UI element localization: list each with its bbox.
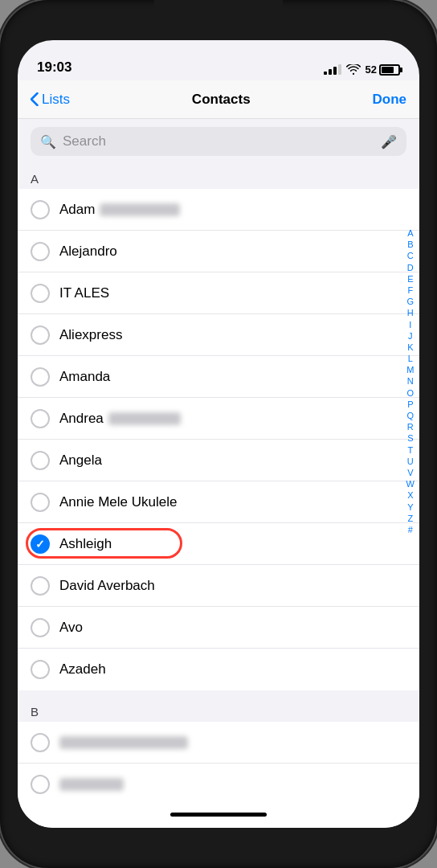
blurred-name [59,736,188,749]
contact-name: Alejandro [59,244,406,260]
alpha-r[interactable]: R [406,422,415,432]
contact-row[interactable]: Amanda [18,356,419,398]
alpha-x[interactable]: X [406,490,415,501]
alpha-a[interactable]: A [406,228,415,239]
contact-row[interactable]: Annie Mele Ukulele [18,481,419,523]
contact-row[interactable]: Angela [18,440,419,481]
select-radio[interactable] [31,242,50,261]
select-radio[interactable] [31,200,50,219]
contact-name [59,736,406,749]
back-button[interactable]: Lists [31,92,70,108]
select-radio[interactable] [31,733,50,752]
alpha-b[interactable]: B [406,240,415,250]
contact-row[interactable]: David Averbach [18,565,419,607]
search-icon: 🔍 [40,134,56,149]
alpha-j[interactable]: J [406,331,415,342]
content-area: A Adam Alejandro IT ALES [18,164,419,800]
alpha-f[interactable]: F [406,285,415,296]
wifi-icon [346,64,361,76]
phone-shell: 19:03 52 [0,0,437,868]
ashleigh-select-radio[interactable] [31,534,50,554]
alpha-g[interactable]: G [406,297,416,307]
alpha-i[interactable]: I [407,320,413,330]
alpha-l[interactable]: L [406,354,415,364]
back-label: Lists [42,92,70,108]
battery-level: 52 [366,63,377,76]
select-radio[interactable] [31,326,50,345]
alpha-s[interactable]: S [406,433,415,444]
select-radio[interactable] [31,451,50,470]
select-radio[interactable] [31,493,50,512]
alpha-d[interactable]: D [406,263,415,273]
contact-row[interactable]: Avo [18,607,419,649]
contact-name: Adam [59,202,406,218]
contact-row[interactable]: Andrea [18,398,419,440]
contact-row[interactable]: Aliexpress [18,314,419,356]
search-input[interactable]: Search [63,133,374,149]
contact-name: David Averbach [59,578,406,594]
alpha-v[interactable]: V [406,468,415,478]
alpha-q[interactable]: Q [406,411,416,421]
nav-bar: Lists Contacts Done [18,80,419,119]
alpha-m[interactable]: M [405,365,415,375]
alpha-u[interactable]: U [406,457,415,467]
alpha-k[interactable]: K [406,342,415,353]
alpha-o[interactable]: O [406,388,416,399]
done-button[interactable]: Done [372,92,406,108]
select-radio[interactable] [31,576,50,596]
alpha-y[interactable]: Y [406,502,415,513]
contact-name: Annie Mele Ukulele [59,494,406,510]
nav-title: Contacts [192,92,251,108]
contact-row[interactable] [18,722,419,764]
alpha-e[interactable]: E [406,274,415,285]
status-time: 19:03 [37,59,71,76]
alpha-t[interactable]: T [406,445,415,456]
contact-row[interactable] [18,764,419,800]
screen: 19:03 52 [18,40,419,828]
search-bar[interactable]: 🔍 Search 🎤 [31,127,406,156]
contact-row[interactable]: Alejandro [18,231,419,272]
alpha-z[interactable]: Z [406,514,415,524]
section-header-b: B [18,697,419,722]
contact-name: Andrea [59,411,406,427]
select-radio[interactable] [31,618,50,637]
microphone-icon[interactable]: 🎤 [381,134,397,149]
contact-row[interactable]: IT ALES [18,272,419,314]
ashleigh-contact-name: Ashleigh [59,536,371,552]
contact-row[interactable]: Adam [18,189,419,231]
contact-name: Amanda [59,369,406,385]
alpha-c[interactable]: C [406,251,415,261]
alpha-h[interactable]: H [406,308,415,318]
battery-indicator: 52 [366,63,400,76]
alpha-n[interactable]: N [406,376,415,387]
contact-name: Avo [59,620,406,636]
signal-icon [324,64,341,75]
alpha-hash[interactable]: # [406,525,415,535]
select-radio[interactable] [31,660,50,679]
notch [154,0,283,23]
select-radio[interactable] [31,284,50,303]
ashleigh-radio-container [31,534,50,554]
alpha-p[interactable]: P [406,399,415,410]
blurred-surname [100,203,180,216]
alphabet-index: A B C D E F G H I J K L M N O P Q R S T [405,228,416,535]
ashleigh-contact-row[interactable]: Ashleigh [18,523,419,565]
section-header-a: A [18,164,419,189]
section-a: A Adam Alejandro IT ALES [18,164,419,690]
section-b: B Ben [18,697,419,800]
select-radio[interactable] [31,367,50,387]
search-container: 🔍 Search 🎤 [18,119,419,164]
contact-name: Azadeh [59,661,406,678]
status-bar: 19:03 52 [18,40,419,80]
contact-name: Aliexpress [59,327,406,343]
blurred-name [59,778,124,791]
select-radio[interactable] [31,775,50,794]
select-radio[interactable] [31,409,50,428]
contact-row[interactable]: Azadeh [18,649,419,690]
contact-name: IT ALES [59,285,406,301]
contact-name: Angela [59,452,406,469]
home-indicator [18,800,419,828]
alpha-w[interactable]: W [405,479,416,489]
home-bar [170,813,267,817]
contact-name [59,778,406,791]
